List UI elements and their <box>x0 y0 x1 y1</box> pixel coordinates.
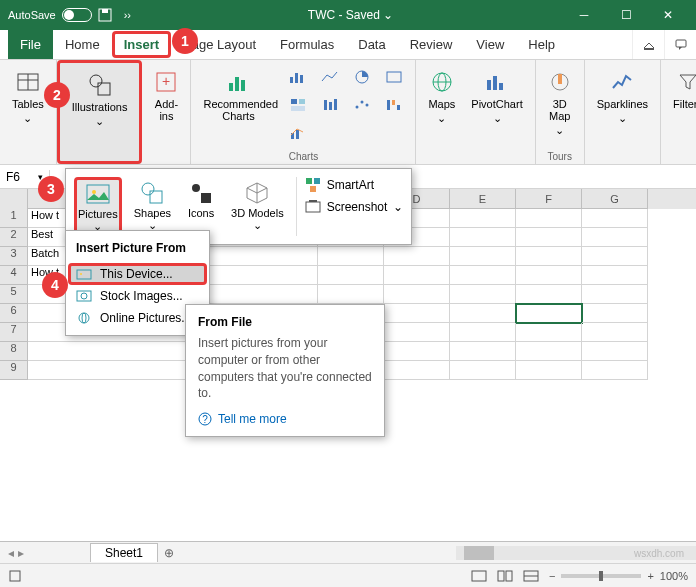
qat-more-icon[interactable]: ›› <box>124 9 131 21</box>
row-header[interactable]: 9 <box>0 361 28 380</box>
maximize-button[interactable]: ☐ <box>606 0 646 30</box>
line-chart-icon[interactable] <box>315 64 345 90</box>
record-macro-icon[interactable] <box>8 569 22 583</box>
cell[interactable] <box>582 342 648 361</box>
this-device-item[interactable]: This Device... <box>68 263 207 285</box>
cell[interactable] <box>582 323 648 342</box>
stats-chart-icon[interactable] <box>315 92 345 118</box>
pivotchart-button[interactable]: PivotChart ⌄ <box>465 64 528 129</box>
row-header[interactable]: 2 <box>0 228 28 247</box>
cell[interactable] <box>450 209 516 228</box>
cell[interactable] <box>384 304 450 323</box>
waterfall-chart-icon[interactable] <box>379 92 409 118</box>
3dmodels-button[interactable]: 3D Models ⌄ <box>227 177 288 236</box>
tab-review[interactable]: Review <box>398 30 465 59</box>
cell[interactable] <box>516 323 582 342</box>
cell[interactable] <box>516 361 582 380</box>
sheet-nav-prev-icon[interactable]: ▸ <box>18 546 24 560</box>
cell[interactable] <box>318 266 384 285</box>
row-header[interactable]: 7 <box>0 323 28 342</box>
cell[interactable] <box>582 361 648 380</box>
cell[interactable] <box>516 228 582 247</box>
autosave-toggle[interactable] <box>62 8 92 22</box>
cell[interactable] <box>516 342 582 361</box>
cell[interactable] <box>450 304 516 323</box>
row-header[interactable]: 4 <box>0 266 28 285</box>
cell[interactable] <box>582 247 648 266</box>
cell[interactable] <box>450 266 516 285</box>
cell[interactable] <box>450 228 516 247</box>
cell[interactable] <box>28 342 188 361</box>
zoom-out-icon[interactable]: − <box>549 570 555 582</box>
sparklines-button[interactable]: Sparklines ⌄ <box>591 64 654 129</box>
cell[interactable] <box>582 228 648 247</box>
cell[interactable] <box>582 266 648 285</box>
zoom-control[interactable]: − + 100% <box>549 570 688 582</box>
cell[interactable] <box>318 285 384 304</box>
screenshot-button[interactable]: Screenshot ⌄ <box>305 199 404 215</box>
illustrations-button[interactable]: Illustrations ⌄ <box>66 67 134 132</box>
row-header[interactable]: 1 <box>0 209 28 228</box>
map-chart-icon[interactable] <box>379 64 409 90</box>
bar-chart-icon[interactable] <box>283 64 313 90</box>
row-header[interactable]: 3 <box>0 247 28 266</box>
sheet-nav-first-icon[interactable]: ◂ <box>8 546 14 560</box>
tab-file[interactable]: File <box>8 30 53 59</box>
col-header-f[interactable]: F <box>516 189 582 209</box>
pictures-button[interactable]: Pictures ⌄ <box>74 177 122 236</box>
cell[interactable] <box>384 247 450 266</box>
cell[interactable] <box>450 285 516 304</box>
view-pagebreak-icon[interactable] <box>523 570 539 582</box>
cell[interactable] <box>582 209 648 228</box>
recommended-charts-button[interactable]: Recommended Charts <box>197 64 279 146</box>
cell[interactable] <box>450 361 516 380</box>
cell[interactable] <box>450 342 516 361</box>
cell[interactable] <box>384 342 450 361</box>
cell[interactable] <box>318 247 384 266</box>
cell[interactable] <box>516 247 582 266</box>
maps-button[interactable]: Maps ⌄ <box>422 64 461 129</box>
cell-selected[interactable] <box>516 304 582 323</box>
cell[interactable] <box>516 285 582 304</box>
hierarchy-chart-icon[interactable] <box>283 92 313 118</box>
scatter-chart-icon[interactable] <box>347 92 377 118</box>
cell[interactable] <box>384 361 450 380</box>
cell[interactable] <box>516 266 582 285</box>
cell[interactable] <box>516 209 582 228</box>
zoom-slider[interactable] <box>561 574 641 578</box>
cell[interactable] <box>582 285 648 304</box>
smartart-button[interactable]: SmartArt <box>305 177 404 193</box>
add-sheet-button[interactable]: ⊕ <box>158 546 180 560</box>
minimize-button[interactable]: ─ <box>564 0 604 30</box>
cell[interactable] <box>582 304 648 323</box>
filters-button[interactable]: Filters <box>667 64 696 114</box>
row-header[interactable]: 5 <box>0 285 28 304</box>
comments-icon[interactable] <box>664 30 696 59</box>
tab-help[interactable]: Help <box>516 30 567 59</box>
sheet-tab[interactable]: Sheet1 <box>90 543 158 562</box>
zoom-level[interactable]: 100% <box>660 570 688 582</box>
cell[interactable] <box>450 247 516 266</box>
close-button[interactable]: ✕ <box>648 0 688 30</box>
row-header[interactable]: 8 <box>0 342 28 361</box>
cell[interactable] <box>384 285 450 304</box>
cell[interactable] <box>450 323 516 342</box>
map3d-button[interactable]: 3D Map ⌄ <box>542 64 578 141</box>
share-icon[interactable] <box>632 30 664 59</box>
tell-me-more-link[interactable]: ? Tell me more <box>198 412 372 426</box>
col-header-e[interactable]: E <box>450 189 516 209</box>
zoom-in-icon[interactable]: + <box>647 570 653 582</box>
addins-button[interactable]: + Add-ins <box>148 64 184 126</box>
cell[interactable] <box>384 323 450 342</box>
title-dropdown-icon[interactable]: ⌄ <box>383 8 393 22</box>
pie-chart-icon[interactable] <box>347 64 377 90</box>
cell[interactable] <box>28 361 188 380</box>
tab-view[interactable]: View <box>464 30 516 59</box>
cell[interactable] <box>384 266 450 285</box>
shapes-button[interactable]: Shapes ⌄ <box>130 177 175 236</box>
tab-formulas[interactable]: Formulas <box>268 30 346 59</box>
view-normal-icon[interactable] <box>471 570 487 582</box>
tab-home[interactable]: Home <box>53 30 112 59</box>
row-header[interactable]: 6 <box>0 304 28 323</box>
combo-chart-icon[interactable] <box>283 120 313 146</box>
